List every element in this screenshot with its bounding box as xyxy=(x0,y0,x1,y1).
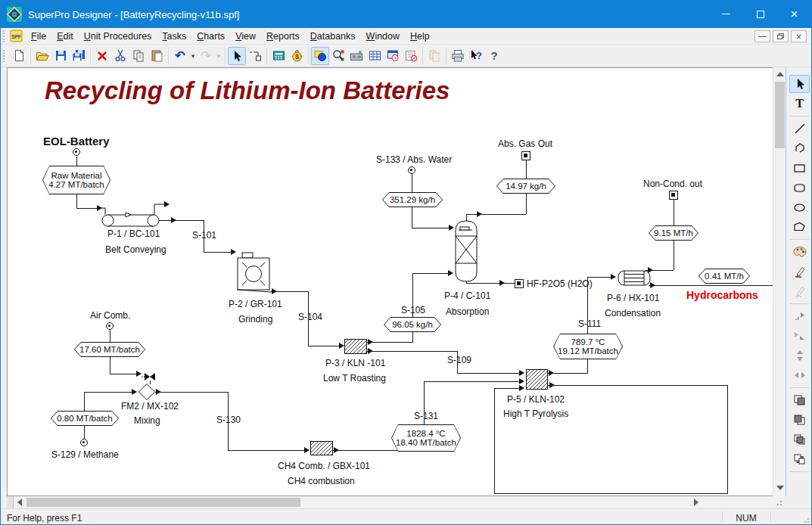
source-port-abs-water[interactable] xyxy=(408,166,415,174)
condenser-hx-icon[interactable] xyxy=(618,269,651,287)
save-all-button[interactable] xyxy=(70,47,88,65)
flowsheet-canvas[interactable]: Recycling of Lithium-Ion Batteries xyxy=(7,67,773,496)
stream-line-s109[interactable] xyxy=(457,373,519,374)
bring-to-front-button[interactable] xyxy=(789,391,810,409)
redo-button[interactable]: ↷ xyxy=(197,47,215,65)
stream-tag-raw[interactable]: Raw Material4.27 MT/batch xyxy=(42,166,110,194)
zoom-button[interactable] xyxy=(329,47,347,65)
stream-line-s104[interactable] xyxy=(308,346,339,346)
stream-line-s130[interactable] xyxy=(228,450,304,451)
format-paint-disabled-button[interactable] xyxy=(789,282,810,300)
undo-button[interactable]: ↶ xyxy=(171,47,189,65)
bring-forward-button[interactable] xyxy=(789,430,810,449)
tool-text-button[interactable]: T xyxy=(789,95,810,113)
paste-special-button[interactable] xyxy=(425,47,443,65)
stream-line-recycle[interactable] xyxy=(494,388,519,389)
stream-line-s105[interactable] xyxy=(367,342,412,343)
flowsheet-title[interactable]: Recycling of Lithium-Ion Batteries xyxy=(45,76,450,105)
tool-rectangle-button[interactable] xyxy=(789,159,810,177)
menu-edit[interactable]: Edit xyxy=(51,30,79,43)
stream-line-s131[interactable] xyxy=(424,381,519,382)
absorption-column-icon[interactable] xyxy=(454,218,478,284)
save-button[interactable] xyxy=(51,47,70,65)
minimize-button[interactable] xyxy=(709,1,743,27)
stream-line-recycle[interactable] xyxy=(494,388,495,494)
stream-tag-s131[interactable]: 1828.4 °C18.40 MT/batch xyxy=(391,424,461,452)
mixer-valve-icon[interactable] xyxy=(142,371,158,381)
equipment-data-button[interactable] xyxy=(347,47,366,65)
mdi-restore-button[interactable] xyxy=(773,30,789,42)
calculator-button[interactable] xyxy=(269,47,288,65)
source-port-eol[interactable] xyxy=(73,148,80,156)
pane-splitter[interactable] xyxy=(7,496,14,508)
align-right-button[interactable] xyxy=(789,327,810,345)
color-palette-button[interactable] xyxy=(789,243,810,261)
stream-line-s111[interactable] xyxy=(587,277,611,278)
tool-ellipse-button[interactable] xyxy=(789,198,810,216)
stream-tag-non-cond[interactable]: 9.15 MT/h xyxy=(649,225,698,241)
sink-port-abs-gas[interactable] xyxy=(521,151,530,160)
send-to-back-button[interactable] xyxy=(789,411,810,429)
format-paint-button[interactable] xyxy=(789,262,810,281)
scroll-left-icon[interactable] xyxy=(17,499,22,506)
menu-window[interactable]: Window xyxy=(361,30,405,43)
tool-line-button[interactable] xyxy=(789,120,810,138)
source-port-methane[interactable] xyxy=(80,439,88,446)
stream-tag-abs-gas[interactable]: 14.97 kg/h xyxy=(496,179,555,194)
select-mode-button[interactable] xyxy=(228,47,246,65)
economics-button[interactable]: $ xyxy=(288,47,306,65)
spreadsheet-button[interactable] xyxy=(366,47,384,65)
horizontal-scrollbar[interactable] xyxy=(7,496,773,508)
new-button[interactable] xyxy=(10,47,28,65)
cut-button[interactable] xyxy=(111,47,129,65)
menu-unit-procedures[interactable]: Unit Procedures xyxy=(79,30,157,43)
toolbar-drag-handle[interactable] xyxy=(3,50,7,62)
print-button[interactable] xyxy=(449,47,467,65)
stream-line-methane[interactable] xyxy=(84,392,132,393)
distribute-vertical-button[interactable] xyxy=(789,346,810,365)
mdi-minimize-button[interactable] xyxy=(754,30,770,42)
stream-tag-s105[interactable]: 96.05 kg/h xyxy=(384,317,441,332)
stream-line-abs-water[interactable] xyxy=(412,228,449,228)
tool-polyline-button[interactable] xyxy=(789,139,810,157)
mdi-close-button[interactable]: × xyxy=(791,30,807,42)
undo-dropdown[interactable]: ▾ xyxy=(189,52,197,60)
menu-reports[interactable]: Reports xyxy=(261,30,305,43)
stream-tag-air[interactable]: 17.60 MT/batch xyxy=(74,342,145,357)
belt-conveyor-icon[interactable] xyxy=(97,197,170,228)
align-left-button[interactable] xyxy=(789,307,810,325)
vertical-scrollbar-thumb[interactable] xyxy=(775,82,785,148)
mixer-icon[interactable] xyxy=(138,384,155,400)
sink-port-hf[interactable] xyxy=(515,279,524,288)
paste-button[interactable] xyxy=(148,47,166,65)
stream-line-s101[interactable] xyxy=(204,252,231,253)
stream-line-abs-gas[interactable] xyxy=(466,214,526,215)
scroll-right-icon[interactable] xyxy=(694,499,698,506)
tool-polygon-button[interactable] xyxy=(789,218,810,236)
menu-charts[interactable]: Charts xyxy=(191,30,230,43)
stream-line[interactable] xyxy=(76,208,97,209)
kiln-gbx-icon[interactable] xyxy=(310,441,333,455)
connect-mode-button[interactable] xyxy=(246,47,264,65)
tool-select-button[interactable] xyxy=(789,75,810,93)
report-options-button[interactable] xyxy=(402,47,420,65)
tool-rounded-rectangle-button[interactable] xyxy=(789,179,810,197)
stream-tag-abs-water[interactable]: 351.29 kg/h xyxy=(382,192,443,207)
kiln-p5-icon[interactable] xyxy=(526,369,548,390)
sink-port-non-cond[interactable] xyxy=(669,191,678,200)
stream-line-air[interactable] xyxy=(110,374,136,374)
close-button[interactable]: × xyxy=(777,1,811,27)
stream-line-s109[interactable] xyxy=(367,351,457,352)
stream-line-recycle[interactable] xyxy=(548,385,727,386)
help-button[interactable]: ? xyxy=(485,47,503,65)
open-button[interactable] xyxy=(33,47,51,65)
scroll-up-icon[interactable] xyxy=(776,72,784,76)
horizontal-scrollbar-thumb[interactable] xyxy=(26,498,300,507)
stream-line-hydrocarbons[interactable] xyxy=(649,285,773,286)
menu-databanks[interactable]: Databanks xyxy=(305,30,361,43)
stream-line-s105[interactable] xyxy=(412,273,449,274)
kiln-p3-icon[interactable] xyxy=(344,339,367,354)
source-port-air[interactable] xyxy=(106,322,114,330)
stream-line-recycle[interactable] xyxy=(727,385,728,494)
delete-button[interactable] xyxy=(93,47,111,65)
